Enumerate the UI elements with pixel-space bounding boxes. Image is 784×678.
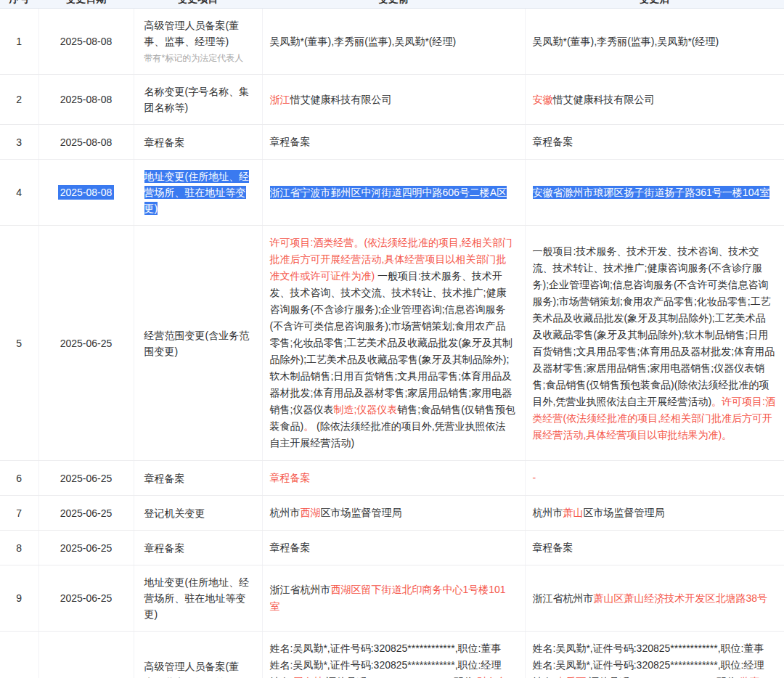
cell-change-item: 地址变更(住所地址、经营场所、驻在地址等变更) [134, 565, 262, 632]
cell-before-value: 章程备案 [262, 531, 525, 565]
table-body: 12025-08-08高级管理人员备案(董事、监事、经理等)带有*标记的为法定代… [0, 9, 784, 678]
table-header-row: 序号 变更日期 变更项目 变更前 变更后 [0, 0, 784, 9]
cell-change-date: 2025-06-25 [38, 461, 134, 496]
table-row: 22025-08-08名称变更(字号名称、集团名称等)浙江惜艾健康科技有限公司安… [0, 75, 784, 125]
text-segment: 2025-06-25 [60, 592, 113, 604]
cell-line: 章程备案 [533, 134, 776, 150]
changed-text: 浙江 [270, 94, 290, 105]
selected-text: 地址变更(住所地址、经营场所、驻在地址等变更) [144, 170, 250, 215]
cell-before-value: 章程备案 [262, 125, 525, 160]
column-header-before: 变更前 [262, 0, 525, 9]
table-row: 42025-08-08地址变更(住所地址、经营场所、驻在地址等变更)浙江省宁波市… [0, 160, 784, 226]
change-history-table: 序号 变更日期 变更项目 变更前 变更后 12025-08-08高级管理人员备案… [0, 0, 784, 678]
table-row: 12025-08-08高级管理人员备案(董事、监事、经理等)带有*标记的为法定代… [0, 9, 784, 75]
column-header-item: 变更项目 [134, 0, 262, 9]
text-segment: 杭州市 [533, 507, 563, 518]
table-row: 102025-06-25高级管理人员备案(董事、监事、经理等)带有*标记的为法定… [0, 632, 784, 678]
table-row: 62025-06-25章程备案章程备案- [0, 461, 784, 496]
cell-line: 杭州市西湖区市场监督管理局 [270, 505, 516, 521]
changed-text: 章程备案 [270, 472, 311, 483]
cell-row-number: 8 [0, 531, 38, 565]
changed-text: 萧山区萧山经济技术开发区北塘路38号 [594, 592, 768, 604]
cell-change-item: 高级管理人员备案(董事、监事、经理等)带有*标记的为法定代表人 [134, 632, 262, 678]
cell-after-value: 安徽省滁州市琅琊区扬子街道扬子路361号一楼104室 [525, 160, 784, 226]
cell-change-date: 2025-08-08 [38, 9, 134, 75]
cell-row-number: 3 [0, 125, 38, 160]
text-segment: 姓名:吴凤勤*,证件号码:320825************,职位:董事 [270, 642, 502, 654]
cell-change-date: 2025-06-25 [38, 226, 134, 461]
cell-before-value: 浙江惜艾健康科技有限公司 [262, 75, 525, 125]
cell-after-value: 杭州市萧山区市场监督管理局 [525, 496, 784, 531]
cell-change-date: 2025-06-25 [38, 632, 134, 678]
text-segment: 2025-08-08 [60, 94, 113, 105]
selected-text: 浙江省宁波市鄞州区中河街道四明中路606号二楼A区 [270, 186, 507, 199]
cell-before-value: 浙江省宁波市鄞州区中河街道四明中路606号二楼A区 [262, 160, 525, 226]
cell-after-value: 吴凤勤*(董事),李秀丽(监事),吴凤勤*(经理) [525, 9, 784, 75]
cell-line: 浙江惜艾健康科技有限公司 [270, 91, 516, 108]
text-segment: 章程备案 [144, 542, 185, 554]
column-header-date: 变更日期 [38, 0, 134, 9]
cell-row-number: 5 [0, 226, 38, 461]
cell-before-value: 姓名:吴凤勤*,证件号码:320825************,职位:董事姓名:… [262, 632, 525, 678]
selected-text: 2025-08-08 [58, 185, 115, 200]
text-segment: 章程备案 [533, 542, 573, 553]
cell-line: 安徽惜艾健康科技有限公司 [533, 91, 776, 108]
table-row: 52025-06-25经营范围变更(含业务范围变更)许可项目:酒类经营。(依法须… [0, 226, 784, 461]
text-segment: 章程备案 [144, 473, 185, 484]
text-segment: 2025-08-08 [60, 36, 113, 47]
text-segment: 章程备案 [270, 136, 311, 147]
cell-line: 安徽省滁州市琅琊区扬子街道扬子路361号一楼104室 [533, 184, 776, 201]
cell-row-number: 4 [0, 160, 38, 226]
changed-text: 萧山 [563, 507, 584, 518]
text-segment: 惜艾健康科技有限公司 [290, 94, 392, 105]
cell-change-date: 2025-08-08 [38, 160, 134, 226]
cell-line: 姓名:吴凤勤*,证件号码:320825************,职位:董事 [270, 640, 516, 657]
cell-change-item: 登记机关变更 [134, 496, 262, 531]
cell-line: 章程备案 [533, 539, 776, 556]
cell-row-number: 6 [0, 461, 38, 496]
cell-change-item: 章程备案 [134, 461, 262, 496]
text-segment: 高级管理人员备案(董事、监事、经理等) [144, 20, 240, 47]
table-header: 序号 变更日期 变更项目 变更前 变更后 [0, 0, 784, 9]
column-header-after: 变更后 [525, 0, 784, 9]
cell-line: 浙江省杭州市西湖区留下街道北印商务中心1号楼101室 [270, 581, 516, 615]
text-segment: 姓名:吴凤勤*,证件号码:320825************,职位:董事 [533, 642, 764, 654]
cell-change-item: 章程备案 [134, 531, 262, 565]
changed-text: 。 [303, 420, 314, 432]
cell-row-number: 2 [0, 75, 38, 125]
cell-after-value: 章程备案 [525, 531, 784, 565]
text-segment: 章程备案 [533, 136, 573, 147]
cell-change-item: 地址变更(住所地址、经营场所、驻在地址等变更) [134, 160, 262, 226]
cell-row-number: 9 [0, 565, 38, 632]
cell-change-date: 2025-06-25 [38, 565, 134, 632]
cell-line: 一般项目:技术服务、技术开发、技术咨询、技术交流、技术转让、技术推广;健康咨询服… [533, 243, 776, 444]
text-segment: 2025-06-25 [60, 338, 113, 349]
text-segment: 吴凤勤*(董事),李秀丽(监事),吴凤勤*(经理) [533, 36, 719, 47]
cell-after-value: - [525, 461, 784, 496]
cell-line: 章程备案 [270, 539, 516, 556]
text-segment: 高级管理人员备案(董事、监事、经理等) [144, 661, 240, 678]
text-segment: 经营范围变更(含业务范围变更) [144, 330, 250, 357]
text-segment: 姓名:吴凤勤*,证件号码:320825************,职位:经理 [270, 659, 502, 671]
cell-line: 许可项目:酒类经营。(依法须经批准的项目,经相关部门批准后方可开展经营活动,具体… [270, 234, 516, 452]
text-segment: 2025-06-25 [60, 473, 113, 484]
text-segment: 2025-08-08 [60, 136, 113, 148]
text-segment: 姓名:吴凤勤*,证件号码:320825************,职位:经理 [533, 659, 764, 671]
text-segment: 地址变更(住所地址、经营场所、驻在地址等变更) [144, 576, 250, 620]
cell-change-date: 2025-06-25 [38, 531, 134, 565]
cell-after-value: 一般项目:技术服务、技术开发、技术咨询、技术交流、技术转让、技术推广;健康咨询服… [525, 226, 784, 461]
text-segment: 一般项目:技术服务、技术开发、技术咨询、技术交流、技术转让、技术推广;健康咨询服… [533, 245, 775, 407]
cell-after-value: 章程备案 [525, 125, 784, 160]
table-row: 32025-08-08章程备案章程备案章程备案 [0, 125, 784, 160]
change-history-panel: 序号 变更日期 变更项目 变更前 变更后 12025-08-08高级管理人员备案… [0, 0, 784, 678]
text-segment: 2025-06-25 [60, 507, 113, 519]
text-segment: 章程备案 [270, 542, 311, 553]
cell-before-value: 浙江省杭州市西湖区留下街道北印商务中心1号楼101室 [262, 565, 525, 632]
column-header-no: 序号 [0, 0, 38, 9]
cell-line: 章程备案 [270, 470, 516, 486]
cell-line: 浙江省宁波市鄞州区中河街道四明中路606号二楼A区 [270, 184, 516, 201]
cell-after-value: 安徽惜艾健康科技有限公司 [525, 75, 784, 125]
cell-change-item: 高级管理人员备案(董事、监事、经理等)带有*标记的为法定代表人 [134, 9, 262, 75]
cell-line: 姓名:李秀丽,证件号码:512921************,职位:监事 [533, 674, 776, 678]
cell-row-number: 10 [0, 632, 38, 678]
